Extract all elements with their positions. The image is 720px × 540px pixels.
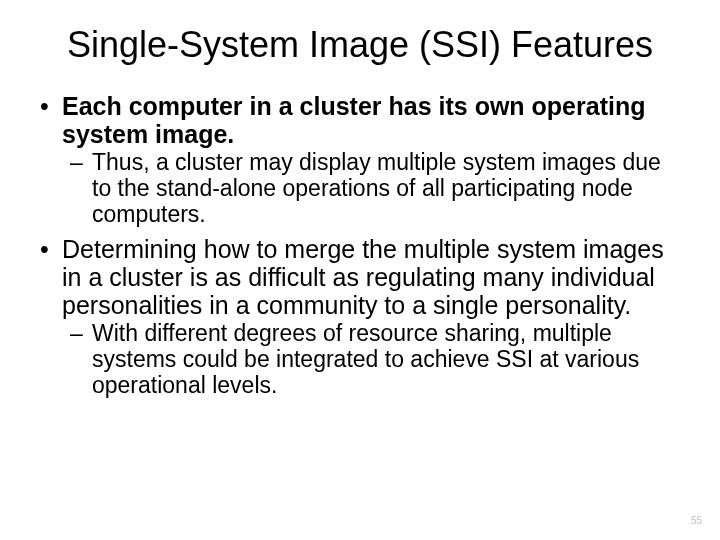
sub-bullet-list: Thus, a cluster may display multiple sys… — [62, 150, 686, 227]
slide: Single-System Image (SSI) Features Each … — [0, 0, 720, 540]
page-number: 55 — [691, 515, 702, 526]
bullet-list: Each computer in a cluster has its own o… — [34, 92, 686, 399]
sub-bullet-item: With different degrees of resource shari… — [62, 321, 686, 398]
sub-bullet-item: Thus, a cluster may display multiple sys… — [62, 150, 686, 227]
bullet-text: Determining how to merge the multiple sy… — [62, 235, 664, 319]
sub-bullet-text: Thus, a cluster may display multiple sys… — [92, 149, 661, 227]
bullet-item: Each computer in a cluster has its own o… — [34, 92, 686, 227]
sub-bullet-text: With different degrees of resource shari… — [92, 320, 639, 398]
bullet-text: Each computer in a cluster has its own o… — [62, 92, 645, 148]
bullet-item: Determining how to merge the multiple sy… — [34, 235, 686, 398]
sub-bullet-list: With different degrees of resource shari… — [62, 321, 686, 398]
slide-title: Single-System Image (SSI) Features — [34, 24, 686, 66]
